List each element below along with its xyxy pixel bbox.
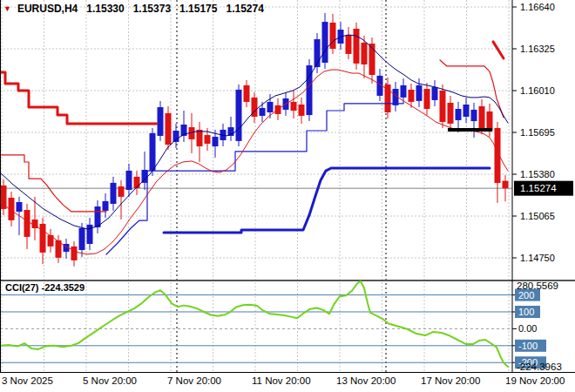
candle-body bbox=[267, 102, 274, 112]
candle bbox=[369, 37, 375, 84]
candle bbox=[64, 239, 70, 259]
candle bbox=[299, 98, 305, 124]
candle-body bbox=[213, 137, 219, 146]
candle bbox=[40, 218, 46, 264]
candle-body bbox=[103, 201, 109, 211]
candle bbox=[111, 177, 117, 211]
candle-body bbox=[346, 35, 352, 54]
candle-body bbox=[409, 90, 415, 102]
candle bbox=[87, 218, 93, 250]
candle bbox=[244, 80, 250, 107]
price-axis-label: 1.16010 bbox=[520, 85, 555, 96]
price-axis-label: 1.15695 bbox=[520, 127, 555, 138]
candle bbox=[495, 122, 501, 203]
time-axis-label[interactable]: 5 Nov 20:00 bbox=[83, 375, 137, 386]
price-axis-label: 1.16325 bbox=[520, 44, 555, 54]
candle-body bbox=[40, 224, 46, 253]
chart-title: ▼ EURUSD,H4 1.15330 1.15373 1.15175 1.15… bbox=[3, 3, 264, 15]
candle-body bbox=[479, 106, 485, 128]
thin-red-step-left bbox=[0, 155, 106, 212]
candle-body bbox=[111, 183, 117, 204]
candle-body bbox=[236, 90, 242, 141]
chart-canvas[interactable]: 1.166401.163251.160101.156951.153801.150… bbox=[0, 0, 575, 392]
candle-body bbox=[166, 113, 172, 145]
candle-body bbox=[463, 105, 470, 117]
symbol-dropdown-icon[interactable]: ▼ bbox=[3, 4, 11, 13]
cci-level-badge-label: 100 bbox=[518, 307, 534, 317]
candle-body bbox=[401, 85, 407, 98]
price-axis-label: 1.15065 bbox=[520, 211, 555, 221]
candle-body bbox=[471, 110, 477, 121]
candle-body bbox=[299, 105, 305, 116]
low-value: 1.15175 bbox=[179, 3, 217, 15]
candle-body bbox=[440, 91, 446, 122]
candle bbox=[166, 106, 172, 150]
candle bbox=[236, 84, 242, 146]
candle bbox=[48, 229, 54, 253]
candlesticks bbox=[1, 13, 509, 267]
candle bbox=[173, 124, 179, 148]
candle bbox=[487, 104, 493, 137]
candle bbox=[440, 84, 446, 128]
candle-body bbox=[79, 228, 85, 250]
navy-ma bbox=[0, 35, 508, 229]
candle-body bbox=[126, 171, 132, 190]
current-price-badge-label: 1.15274 bbox=[520, 183, 557, 193]
price-axis-label: 1.15380 bbox=[520, 169, 555, 179]
candle bbox=[150, 128, 156, 176]
time-axis-label[interactable]: 13 Nov 20:00 bbox=[336, 375, 396, 386]
candle-body bbox=[487, 112, 493, 131]
candle-body bbox=[362, 43, 368, 64]
time-axis-label[interactable]: 7 Nov 20:00 bbox=[167, 375, 221, 386]
candle-body bbox=[322, 22, 328, 63]
trading-chart-window: 1.166401.163251.160101.156951.153801.150… bbox=[0, 0, 575, 392]
thick-red-step-right bbox=[493, 42, 504, 58]
candle-body bbox=[424, 89, 430, 109]
candle-body bbox=[503, 181, 509, 189]
candle-body bbox=[24, 210, 30, 237]
candle bbox=[503, 175, 509, 201]
cci-axis-max-label: 280.5569 bbox=[517, 280, 558, 291]
pane-separator[interactable] bbox=[0, 280, 575, 281]
candle bbox=[95, 200, 101, 233]
candle bbox=[118, 180, 125, 220]
candle bbox=[252, 92, 258, 123]
candle-body bbox=[134, 177, 140, 188]
candle bbox=[322, 13, 328, 69]
candle-body bbox=[456, 109, 462, 120]
time-axis-label[interactable]: 17 Nov 20:00 bbox=[421, 375, 480, 386]
candle bbox=[432, 80, 438, 106]
candle-body bbox=[150, 133, 156, 171]
candle bbox=[126, 164, 132, 197]
candle bbox=[338, 22, 344, 50]
candle-body bbox=[432, 87, 438, 100]
open-value: 1.15330 bbox=[86, 3, 124, 15]
candle-body bbox=[260, 108, 266, 116]
cci-axis-min-label: -224.3963 bbox=[517, 362, 562, 372]
candle-body bbox=[71, 247, 78, 260]
candle bbox=[158, 101, 164, 141]
candle bbox=[354, 23, 360, 70]
candle bbox=[197, 122, 203, 162]
candle-body bbox=[448, 103, 454, 124]
time-axis-label[interactable]: 3 Nov 2025 bbox=[2, 375, 53, 386]
candle-body bbox=[197, 130, 203, 146]
candle bbox=[181, 111, 187, 142]
candle bbox=[424, 83, 430, 115]
candle bbox=[307, 59, 313, 121]
candle-body bbox=[95, 206, 101, 227]
close-value: 1.15274 bbox=[226, 3, 263, 15]
time-axis-label[interactable]: 19 Nov 20:00 bbox=[505, 375, 565, 386]
price-axis-label: 1.16640 bbox=[520, 2, 555, 12]
candle-body bbox=[118, 186, 125, 197]
high-value: 1.15373 bbox=[133, 3, 171, 15]
candle-body bbox=[205, 135, 211, 144]
candle-body bbox=[1, 186, 7, 209]
candle bbox=[330, 14, 336, 54]
symbol-period-label: EURUSD,H4 bbox=[17, 3, 78, 15]
candle bbox=[456, 102, 462, 132]
candle-body bbox=[173, 131, 179, 142]
candle bbox=[103, 193, 109, 218]
cci-level-badge-label: 200 bbox=[518, 290, 534, 301]
time-axis-label[interactable]: 11 Nov 20:00 bbox=[252, 375, 311, 386]
